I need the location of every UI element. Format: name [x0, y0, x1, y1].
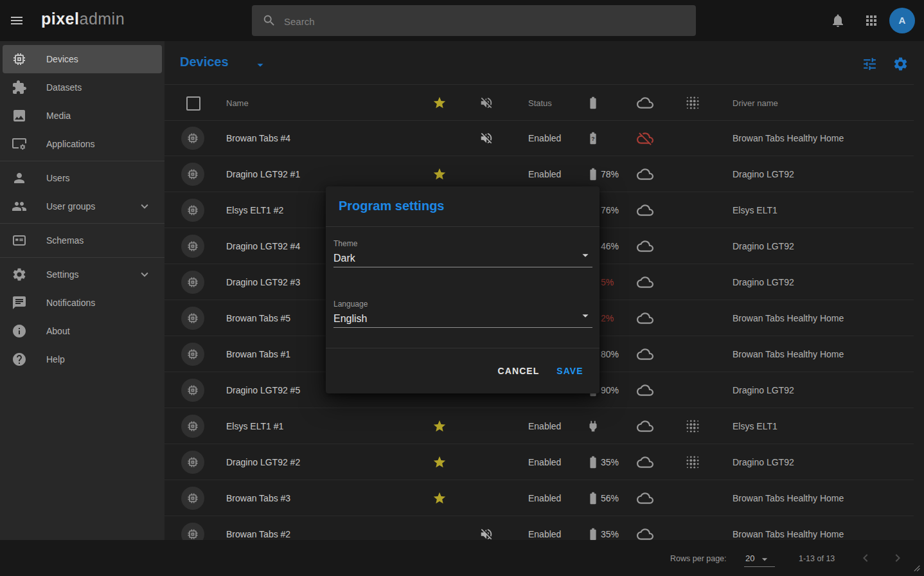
battery-icon	[586, 455, 600, 470]
cancel-button[interactable]: CANCEL	[492, 359, 546, 382]
extension-icon	[12, 80, 27, 95]
battery-percent: 90%	[601, 385, 619, 395]
sidebar-item-schemas[interactable]: Schemas	[3, 226, 162, 255]
search-icon	[262, 14, 276, 28]
favorite-star	[432, 455, 447, 469]
cloud-icon	[637, 202, 653, 219]
sidebar-item-applications[interactable]: Applications	[3, 130, 162, 158]
sidebar-item-about[interactable]: About	[3, 317, 162, 345]
device-name: Browan Tabs #3	[226, 493, 290, 503]
column-header-grain[interactable]	[684, 94, 701, 111]
sidebar-item-datasets[interactable]: Datasets	[3, 73, 162, 102]
search-input[interactable]	[283, 5, 684, 37]
column-header-muted[interactable]	[479, 96, 493, 110]
sidebar-item-label: Schemas	[46, 235, 84, 246]
previous-page-button[interactable]	[858, 550, 873, 566]
sidebar-item-label: About	[46, 326, 70, 336]
theme-select[interactable]: Theme Dark	[333, 239, 592, 267]
driver-name: Dragino LGT92	[733, 169, 794, 179]
driver-name: Browan Tabs Healthy Home	[733, 349, 844, 359]
memory-icon	[186, 456, 199, 469]
sidebar-divider	[0, 257, 164, 258]
notifications-bell-button[interactable]	[830, 13, 846, 28]
device-status: Enabled	[528, 133, 561, 143]
battery-indicator	[586, 166, 600, 182]
device-avatar	[181, 127, 204, 150]
rows-per-page-label: Rows per page:	[670, 554, 727, 563]
column-header-cloud[interactable]	[637, 94, 653, 111]
search-box	[252, 5, 696, 36]
settings-gear-button[interactable]	[893, 56, 909, 72]
cloud-icon	[637, 418, 653, 435]
column-header-battery[interactable]	[586, 95, 600, 111]
sidebar-item-label: Settings	[46, 269, 79, 280]
apps-grid-button[interactable]	[864, 13, 879, 28]
battery-indicator: ?	[586, 130, 600, 146]
battery-indicator	[586, 455, 600, 470]
device-status: Enabled	[528, 457, 561, 467]
cloud-online-indicator	[637, 202, 653, 219]
select-all-checkbox[interactable]	[186, 96, 200, 111]
sidebar-item-label: Devices	[46, 54, 78, 64]
person-icon	[12, 170, 27, 186]
avatar[interactable]: A	[889, 8, 915, 33]
table-row[interactable]: Dragino LGT92 #2 Enabled 35% Dragino LGT…	[164, 444, 914, 480]
memory-icon	[186, 168, 199, 181]
star-icon	[432, 419, 447, 433]
table-row[interactable]: Browan Tabs #4 Enabled ? Browan Tabs Hea…	[164, 120, 914, 156]
memory-icon	[186, 384, 199, 397]
cloud-online-indicator	[637, 418, 653, 435]
caret-down-icon	[578, 248, 592, 262]
sidebar-item-media[interactable]: Media	[3, 102, 162, 130]
menu-button[interactable]	[9, 13, 24, 28]
device-name: Dragino LGT92 #2	[226, 457, 300, 467]
sidebar-item-settings[interactable]: Settings	[3, 260, 162, 289]
device-name: Dragino LGT92 #1	[226, 169, 300, 179]
schema-icon	[12, 233, 27, 248]
chevron-down-icon	[138, 267, 152, 282]
memory-icon	[186, 312, 199, 325]
filter-tune-button[interactable]	[862, 56, 878, 72]
table-row[interactable]: Browan Tabs #3 Enabled 56% Browan Tabs H…	[164, 480, 914, 516]
help-icon	[12, 352, 27, 367]
cloud-icon	[637, 310, 653, 327]
language-label: Language	[333, 300, 592, 309]
sidebar-item-help[interactable]: Help	[3, 345, 162, 374]
sidebar-item-devices[interactable]: Devices	[3, 45, 162, 73]
device-avatar	[181, 487, 204, 510]
driver-name: Browan Tabs Healthy Home	[733, 313, 844, 323]
sidebar-item-notifications[interactable]: Notifications	[3, 289, 162, 317]
sidebar-item-users[interactable]: Users	[3, 164, 162, 192]
device-avatar	[181, 199, 204, 222]
table-row[interactable]: Elsys ELT1 #1 Enabled Elsys ELT1	[164, 408, 914, 444]
language-select[interactable]: Language English	[333, 300, 592, 328]
save-button[interactable]: SAVE	[552, 359, 588, 382]
device-status: Enabled	[528, 493, 561, 503]
column-header-driver[interactable]: Driver name	[733, 98, 778, 108]
grain-icon	[684, 454, 701, 471]
device-avatar	[181, 379, 204, 402]
rows-per-page-dropdown-button[interactable]	[758, 553, 771, 566]
volume-off-icon	[479, 527, 493, 541]
rows-per-page-value[interactable]: 20	[745, 554, 754, 563]
star-icon	[432, 167, 447, 181]
battery-unknown-icon: ?	[586, 130, 600, 146]
column-header-name[interactable]: Name	[226, 98, 249, 108]
cloud-online-indicator	[637, 238, 653, 255]
cloud-online-indicator	[637, 382, 653, 399]
sidebar-item-label: Media	[46, 111, 71, 121]
sidebar-item-user-groups[interactable]: User groups	[3, 192, 162, 221]
next-page-button[interactable]	[890, 550, 905, 566]
device-avatar	[181, 307, 204, 330]
svg-text:?: ?	[591, 136, 594, 142]
driver-name: Dragino LGT92	[733, 385, 794, 395]
people-icon	[12, 199, 27, 214]
column-header-status[interactable]: Status	[528, 98, 552, 108]
column-header-favorite[interactable]	[432, 96, 447, 110]
resize-handle[interactable]	[912, 564, 923, 575]
sidebar-item-label: Notifications	[46, 298, 95, 308]
page-title-dropdown-button[interactable]	[253, 58, 267, 72]
memory-icon	[186, 132, 199, 145]
battery-percent: 56%	[601, 493, 619, 503]
caret-down-icon	[578, 309, 592, 323]
